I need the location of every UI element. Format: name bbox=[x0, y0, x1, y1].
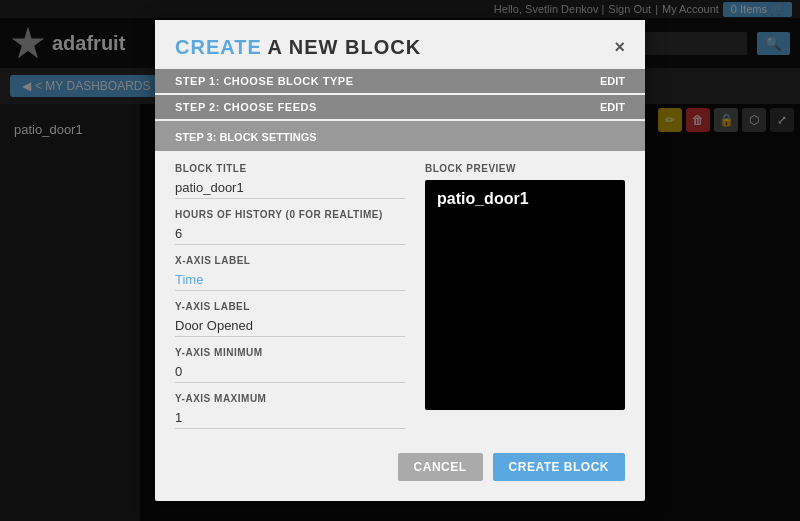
block-title-label: BLOCK TITLE bbox=[175, 163, 405, 174]
step1-edit-button[interactable]: EDIT bbox=[600, 75, 625, 87]
yaxis-input[interactable] bbox=[175, 315, 405, 337]
yaxis-field: Y-AXIS LABEL bbox=[175, 301, 405, 337]
preview-title: patio_door1 bbox=[437, 190, 529, 208]
step3-label: STEP 3: BLOCK SETTINGS bbox=[175, 131, 317, 143]
form-section: BLOCK TITLE HOURS OF HISTORY (0 FOR REAL… bbox=[175, 163, 405, 439]
modal-header: CREATE A NEW BLOCK × bbox=[155, 20, 645, 69]
modal-footer: CANCEL CREATE BLOCK bbox=[155, 439, 645, 481]
step2-row: STEP 2: CHOOSE FEEDS EDIT bbox=[155, 95, 645, 119]
create-block-button[interactable]: CREATE BLOCK bbox=[493, 453, 625, 481]
xaxis-field: X-AXIS LABEL bbox=[175, 255, 405, 291]
step2-label: STEP 2: CHOOSE FEEDS bbox=[175, 101, 317, 113]
block-title-field: BLOCK TITLE bbox=[175, 163, 405, 199]
modal: CREATE A NEW BLOCK × STEP 1: CHOOSE BLOC… bbox=[155, 20, 645, 501]
ymax-field: Y-AXIS MAXIMUM bbox=[175, 393, 405, 429]
ymax-input[interactable] bbox=[175, 407, 405, 429]
yaxis-label: Y-AXIS LABEL bbox=[175, 301, 405, 312]
xaxis-input[interactable] bbox=[175, 269, 405, 291]
hours-label: HOURS OF HISTORY (0 FOR REALTIME) bbox=[175, 209, 405, 220]
step2-edit-button[interactable]: EDIT bbox=[600, 101, 625, 113]
step1-row: STEP 1: CHOOSE BLOCK TYPE EDIT bbox=[155, 69, 645, 93]
xaxis-label: X-AXIS LABEL bbox=[175, 255, 405, 266]
ymin-field: Y-AXIS MINIMUM bbox=[175, 347, 405, 383]
ymax-label: Y-AXIS MAXIMUM bbox=[175, 393, 405, 404]
hours-input[interactable] bbox=[175, 223, 405, 245]
preview-box: patio_door1 bbox=[425, 180, 625, 410]
close-button[interactable]: × bbox=[614, 37, 625, 58]
preview-label: BLOCK PREVIEW bbox=[425, 163, 625, 174]
step1-label: STEP 1: CHOOSE BLOCK TYPE bbox=[175, 75, 354, 87]
title-highlight: CREATE bbox=[175, 36, 262, 58]
title-rest: A NEW BLOCK bbox=[262, 36, 421, 58]
modal-overlay: CREATE A NEW BLOCK × STEP 1: CHOOSE BLOC… bbox=[0, 0, 800, 521]
ymin-input[interactable] bbox=[175, 361, 405, 383]
modal-body: BLOCK TITLE HOURS OF HISTORY (0 FOR REAL… bbox=[155, 163, 645, 439]
modal-title: CREATE A NEW BLOCK bbox=[175, 36, 421, 59]
hours-field: HOURS OF HISTORY (0 FOR REALTIME) bbox=[175, 209, 405, 245]
block-title-input[interactable] bbox=[175, 177, 405, 199]
cancel-button[interactable]: CANCEL bbox=[398, 453, 483, 481]
ymin-label: Y-AXIS MINIMUM bbox=[175, 347, 405, 358]
step3-row: STEP 3: BLOCK SETTINGS bbox=[155, 121, 645, 151]
preview-section: BLOCK PREVIEW patio_door1 bbox=[425, 163, 625, 439]
